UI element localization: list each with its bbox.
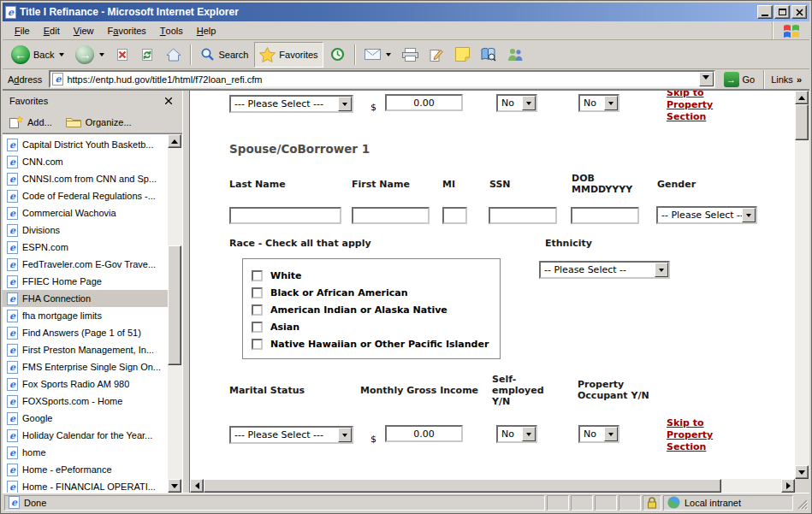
favorites-button[interactable]: Favorites xyxy=(254,42,323,68)
first-name-input[interactable] xyxy=(352,207,430,224)
scroll-left-button[interactable] xyxy=(190,479,204,493)
mi-input[interactable] xyxy=(442,207,467,224)
close-favorites-button[interactable] xyxy=(162,94,175,108)
favorite-item[interactable]: e Capital District Youth Basketb... xyxy=(3,136,168,153)
ethnicity-select[interactable]: -- Please Select -- xyxy=(539,261,670,279)
race-checkbox[interactable] xyxy=(252,304,263,316)
maximize-button[interactable] xyxy=(774,5,790,19)
occupant-select[interactable]: No xyxy=(578,425,619,443)
favorite-item[interactable]: e fha mortgage limits xyxy=(3,307,168,324)
prev-income-input[interactable] xyxy=(385,94,463,111)
favorite-item[interactable]: e Home - FINANCIAL OPERATI... xyxy=(3,478,168,493)
dropdown-arrow-button[interactable] xyxy=(604,427,618,441)
favorite-item[interactable]: e Holiday Calendar for the Year... xyxy=(3,427,168,444)
favorite-item[interactable]: e Google xyxy=(3,410,168,427)
organize-favorites-button[interactable]: Organize... xyxy=(66,116,132,127)
discuss-button[interactable] xyxy=(450,42,475,68)
favorite-item[interactable]: e Find Answers (Page 1 of 51) xyxy=(3,324,168,341)
menu-file[interactable]: File xyxy=(8,21,37,39)
menu-help[interactable]: Help xyxy=(190,21,223,39)
last-name-input[interactable] xyxy=(229,207,341,224)
close-button[interactable] xyxy=(791,5,807,19)
favorite-item[interactable]: e FedTraveler.com E-Gov Trave... xyxy=(3,256,168,273)
scroll-up-button[interactable] xyxy=(168,134,181,148)
research-button[interactable] xyxy=(476,42,501,68)
race-checkbox[interactable] xyxy=(252,270,263,281)
print-button[interactable] xyxy=(397,42,424,68)
scrollbar-thumb[interactable] xyxy=(795,104,809,140)
dropdown-arrow-button[interactable] xyxy=(742,208,756,222)
prev-occupant-select[interactable]: No xyxy=(578,94,619,112)
back-button[interactable]: ← Back xyxy=(6,42,69,68)
dropdown-arrow-button[interactable] xyxy=(522,96,536,110)
ssn-input[interactable] xyxy=(489,207,557,224)
skip-to-property-link[interactable]: Skip to Property Section xyxy=(667,417,721,453)
favorite-item[interactable]: e Home - ePeformance xyxy=(3,461,168,478)
skip-to-property-link[interactable]: Skip to Property Section xyxy=(667,91,721,123)
marital-status-select[interactable]: --- Please Select --- xyxy=(229,426,353,444)
scroll-down-button[interactable] xyxy=(168,479,181,493)
address-url[interactable]: https://entp.hud.gov/title1/html/f72loan… xyxy=(67,74,262,85)
edit-button[interactable] xyxy=(424,42,449,68)
content-horizontal-scrollbar[interactable] xyxy=(190,479,795,493)
income-input[interactable] xyxy=(385,425,463,442)
favorite-item[interactable]: e FHA Connection xyxy=(3,290,168,307)
dropdown-arrow-button[interactable] xyxy=(604,96,618,110)
favorite-item[interactable]: e FMS Enterprise Single Sign On... xyxy=(3,358,168,375)
favorites-scrollbar[interactable] xyxy=(168,134,182,493)
mail-button[interactable] xyxy=(359,42,396,68)
stop-button[interactable] xyxy=(110,42,134,68)
menu-favorites[interactable]: Favorites xyxy=(101,21,153,39)
favorite-item[interactable]: e FOXSports.com - Home xyxy=(3,393,168,410)
messenger-button[interactable] xyxy=(502,42,529,68)
prev-self-employed-select[interactable]: No xyxy=(496,94,537,112)
race-checkbox[interactable] xyxy=(252,287,263,298)
resize-grip[interactable] xyxy=(797,499,808,510)
search-button[interactable]: Search xyxy=(195,42,253,68)
go-button[interactable]: → Go xyxy=(720,70,760,89)
forward-button[interactable]: → xyxy=(70,42,110,68)
dob-input[interactable] xyxy=(571,207,639,224)
favorite-item[interactable]: e home xyxy=(3,444,168,461)
mail-dropdown-icon[interactable] xyxy=(386,53,391,56)
refresh-button[interactable] xyxy=(135,42,159,68)
menu-tools[interactable]: Tools xyxy=(153,21,190,39)
home-button[interactable] xyxy=(160,42,187,68)
scrollbar-thumb[interactable] xyxy=(204,479,721,493)
favorite-item[interactable]: e First Preston Management, In... xyxy=(3,341,168,358)
favorite-item[interactable]: e CNN.com xyxy=(3,153,168,170)
scroll-right-button[interactable] xyxy=(781,479,795,493)
self-employed-select[interactable]: No xyxy=(496,425,537,443)
race-checkbox[interactable] xyxy=(252,322,263,333)
gender-select[interactable]: -- Please Select -- xyxy=(656,206,757,224)
pane-splitter[interactable] xyxy=(182,91,189,493)
race-checkbox[interactable] xyxy=(252,339,263,350)
dropdown-arrow-button[interactable] xyxy=(655,263,668,277)
links-toolbar[interactable]: Links » xyxy=(763,70,807,89)
prev-marital-status-select[interactable]: --- Please Select --- xyxy=(229,95,353,113)
favorite-item[interactable]: e ESPN.com xyxy=(3,239,168,256)
dropdown-arrow-button[interactable] xyxy=(338,97,352,111)
favorite-item[interactable]: e Commercial Wachovia xyxy=(3,204,168,222)
history-button[interactable] xyxy=(324,42,351,68)
add-favorite-button[interactable]: Add... xyxy=(9,115,52,128)
links-chevron-icon[interactable]: » xyxy=(797,74,802,85)
back-dropdown-icon[interactable] xyxy=(59,53,64,56)
minimize-button[interactable] xyxy=(757,5,773,19)
scroll-down-button[interactable] xyxy=(795,465,809,479)
menu-edit[interactable]: Edit xyxy=(37,21,67,39)
address-dropdown-button[interactable] xyxy=(699,72,714,86)
address-field[interactable]: e https://entp.hud.gov/title1/html/f72lo… xyxy=(49,70,714,88)
scrollbar-thumb[interactable] xyxy=(168,245,181,365)
favorite-item[interactable]: e Code of Federal Regulations -... xyxy=(3,187,168,204)
favorite-item[interactable]: e CNNSI.com from CNN and Sp... xyxy=(3,170,168,187)
dropdown-arrow-button[interactable] xyxy=(522,427,536,441)
forward-dropdown-icon[interactable] xyxy=(99,53,104,56)
favorite-item[interactable]: e Divisions xyxy=(3,222,168,239)
menu-view[interactable]: View xyxy=(67,21,101,39)
favorite-item[interactable]: e Fox Sports Radio AM 980 xyxy=(3,375,168,393)
scroll-up-button[interactable] xyxy=(795,91,809,104)
content-vertical-scrollbar[interactable] xyxy=(795,91,809,479)
favorite-item[interactable]: e FFIEC Home Page xyxy=(3,273,168,290)
dropdown-arrow-button[interactable] xyxy=(338,428,352,442)
